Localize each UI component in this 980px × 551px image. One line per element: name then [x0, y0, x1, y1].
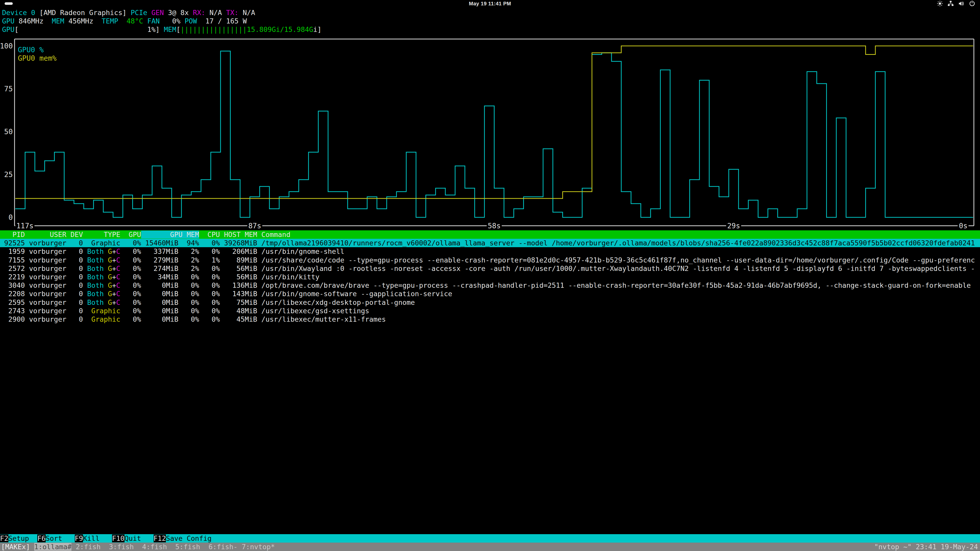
fkey-action-label[interactable]: Kill [83, 534, 112, 542]
process-cell-text: G [108, 299, 112, 306]
process-cell-text: Both [87, 299, 103, 306]
process-cell-text: 7155 vorburger 0 [0, 256, 87, 264]
process-cell-text: Both [87, 265, 103, 272]
process-cell-text: Both [87, 290, 103, 298]
tmux-window-2fish[interactable]: 2:fish [76, 543, 105, 551]
header-sort-column-gpu-mem[interactable]: GPU MEM [141, 230, 199, 238]
tmux-status-bar: [MAKEx] 1:ollama# 2:fish 3:fish 4:fish 5… [0, 543, 980, 551]
process-rows: 92525 vorburger 0 Graphic 0% 15460MiB 94… [0, 239, 980, 324]
process-row[interactable]: 2595 vorburger 0 Both G+C 0% 0MiB 0% 0% … [0, 298, 980, 306]
tmux-right-status: "nvtop ~" 23:41 19-May-24 [874, 543, 978, 551]
fkey-action-label[interactable]: Save Config [166, 534, 212, 542]
process-cell-text [103, 273, 108, 281]
tmux-window-6fish[interactable]: 6:fish- [208, 543, 238, 551]
process-cell-text: G [108, 290, 112, 298]
process-row[interactable]: 2572 vorburger 0 Both G+C 0% 274MiB 2% 0… [0, 264, 980, 273]
process-cell-text: 2595 vorburger 0 [0, 299, 87, 306]
svg-text:100: 100 [0, 42, 13, 50]
svg-text:0: 0 [8, 213, 13, 222]
tmux-window-5fish[interactable]: 5:fish [175, 543, 204, 551]
tmux-window-1ollama[interactable]: 1:ollama# [34, 543, 72, 551]
process-cell-text: 3040 vorburger 0 [0, 281, 87, 289]
fkey-action-label[interactable]: Setup [8, 534, 38, 542]
header-right-columns: CPU HOST MEM Command [199, 230, 290, 238]
fkey-f12[interactable]: F12 [154, 534, 166, 542]
process-cell-text: G [108, 273, 112, 281]
process-cell-text [103, 281, 108, 289]
fkey-f10[interactable]: F10 [112, 534, 124, 542]
process-cell-text: 0% 0MiB 0% 0% 48MiB /usr/libexec/gsd-xse… [120, 307, 369, 315]
process-row[interactable]: 92525 vorburger 0 Graphic 0% 15460MiB 94… [0, 239, 980, 247]
process-cell-text: Both [87, 273, 103, 281]
process-cell-text [103, 265, 108, 272]
tmux-window-7nvtop[interactable]: 7:nvtop* [242, 543, 275, 551]
svg-text:29s: 29s [727, 222, 740, 230]
process-cell-text: + [112, 248, 116, 256]
utilization-chart: 1007550250117s87s58s29s0sGPU0 %GPU0 mem% [0, 0, 980, 245]
svg-text:0s: 0s [959, 222, 967, 230]
process-cell-text: + [112, 281, 116, 289]
process-cell-text: 0% 0MiB 0% 0% 45MiB /usr/libexec/mutter-… [120, 315, 386, 323]
process-cell-text [103, 248, 108, 256]
process-table: PID USER DEV TYPE GPU GPU MEM CPU HOST M… [0, 230, 980, 324]
fkey-action-label[interactable]: Sort [46, 534, 75, 542]
process-cell-text: Both [87, 248, 103, 256]
process-row[interactable]: 7155 vorburger 0 Both G+C 0% 279MiB 2% 1… [0, 256, 980, 264]
fkey-f6[interactable]: F6 [37, 534, 46, 542]
process-cell-text: G [108, 256, 112, 264]
process-cell-text: + [112, 299, 116, 306]
process-cell-text: 2219 vorburger 0 [0, 273, 87, 281]
process-cell-text: C [116, 299, 120, 306]
process-row[interactable]: 1959 vorburger 0 Both G+C 0% 337MiB 2% 0… [0, 247, 980, 256]
process-cell-text: 2208 vorburger 0 [0, 290, 87, 298]
svg-text:75: 75 [4, 85, 13, 93]
svg-text:50: 50 [4, 127, 13, 136]
process-cell-text: 0% 34MiB 0% 0% 56MiB /usr/bin/kitty [120, 273, 319, 281]
process-cell-text: 2572 vorburger 0 [0, 265, 87, 272]
process-cell-text: Graphic [87, 315, 120, 323]
process-cell-text: + [112, 256, 116, 264]
svg-text:58s: 58s [488, 222, 501, 230]
nvtop-terminal-screen: May 19 11:41 PM [0, 0, 980, 551]
process-row[interactable]: 2219 vorburger 0 Both G+C 0% 34MiB 0% 0%… [0, 273, 980, 281]
process-cell-text [103, 299, 108, 306]
process-row[interactable]: 2900 vorburger 0 Graphic 0% 0MiB 0% 0% 4… [0, 315, 980, 324]
process-cell-text: Graphic [87, 307, 120, 315]
process-cell-text: 92525 vorburger 0 Graphic 0% 15460MiB 94… [0, 239, 975, 247]
process-cell-text: C [116, 281, 120, 289]
fkey-f9[interactable]: F9 [75, 534, 83, 542]
tmux-window-3fish[interactable]: 3:fish [109, 543, 138, 551]
process-cell-text: G [108, 281, 112, 289]
process-cell-text: 0% 0MiB 0% 0% 143MiB /usr/bin/gnome-soft… [120, 290, 452, 298]
process-cell-text: C [116, 290, 120, 298]
process-table-header[interactable]: PID USER DEV TYPE GPU GPU MEM CPU HOST M… [0, 230, 980, 239]
process-cell-text: C [116, 256, 120, 264]
process-cell-text: + [112, 290, 116, 298]
process-cell-text: C [116, 248, 120, 256]
process-cell-text: 0% 337MiB 2% 0% 206MiB /usr/bin/gnome-sh… [120, 248, 344, 256]
svg-text:GPU0 %: GPU0 % [18, 46, 44, 54]
process-cell-text: 2743 vorburger 0 [0, 307, 87, 315]
process-cell-text: 1959 vorburger 0 [0, 248, 87, 256]
svg-text:117s: 117s [16, 222, 33, 230]
process-row[interactable]: 2743 vorburger 0 Graphic 0% 0MiB 0% 0% 4… [0, 306, 980, 315]
process-cell-text: C [116, 273, 120, 281]
process-cell-text: 0% 274MiB 2% 0% 56MiB /usr/bin/Xwayland … [120, 265, 975, 272]
tmux-window-4fish[interactable]: 4:fish [142, 543, 171, 551]
process-cell-text: 2900 vorburger 0 [0, 315, 87, 323]
process-cell-text [103, 290, 108, 298]
process-cell-text: Both [87, 256, 103, 264]
process-cell-text: 0% 279MiB 2% 1% 89MiB /usr/share/code/co… [120, 256, 975, 264]
svg-text:87s: 87s [248, 222, 261, 230]
fkey-command-bar: F2Setup F6Sort F9Kill F10Quit F12Save Co… [0, 534, 980, 543]
process-cell-text: 0% 0MiB 0% 0% 75MiB /usr/libexec/xdg-des… [120, 299, 415, 306]
process-cell-text: G [108, 265, 112, 272]
process-row[interactable]: 3040 vorburger 0 Both G+C 0% 0MiB 0% 0% … [0, 281, 980, 289]
fkey-f2[interactable]: F2 [0, 534, 8, 542]
svg-text:GPU0 mem%: GPU0 mem% [18, 54, 57, 62]
process-cell-text: G [108, 248, 112, 256]
fkey-action-label[interactable]: Quit [124, 534, 154, 542]
process-row[interactable]: 2208 vorburger 0 Both G+C 0% 0MiB 0% 0% … [0, 289, 980, 298]
svg-text:25: 25 [4, 170, 13, 179]
tmux-session-name: [MAKEx] [1, 543, 30, 551]
